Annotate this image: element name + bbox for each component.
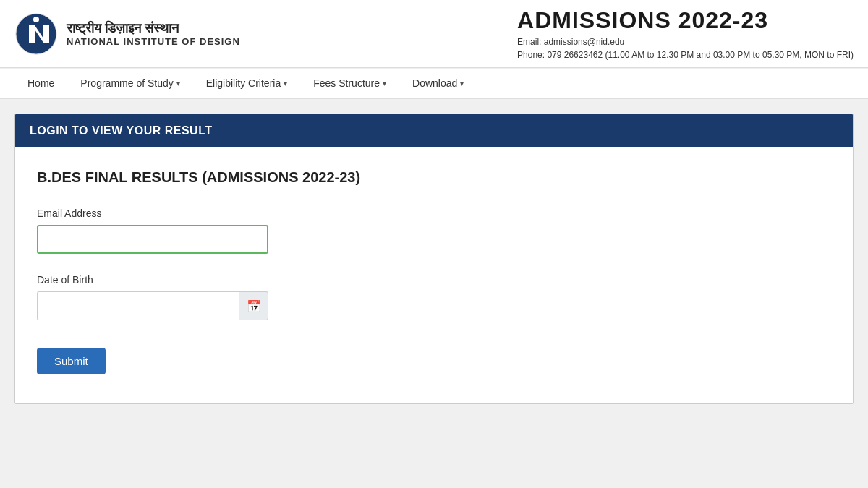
email-form-group: Email Address [37, 207, 831, 254]
phone-info: Phone: 079 26623462 (11.00 AM to 12.30 P… [517, 50, 854, 60]
nid-logo [14, 12, 58, 56]
org-name-english: NATIONAL INSTITUTE OF DESIGN [67, 36, 240, 47]
header-right: ADMISSIONS 2022-23 Email: admissions@nid… [517, 7, 854, 60]
nav-label-programme: Programme of Study [80, 77, 173, 89]
svg-point-2 [33, 17, 39, 22]
nav-item-eligibility[interactable]: Eligibility Criteria ▾ [193, 69, 300, 98]
nav-item-home[interactable]: Home [14, 69, 67, 98]
org-name: राष्ट्रीय डिज़ाइन संस्थान NATIONAL INSTI… [67, 21, 240, 47]
dob-form-group: Date of Birth 📅 [37, 274, 831, 320]
login-card: LOGIN TO VIEW YOUR RESULT B.DES FINAL RE… [14, 114, 854, 404]
chevron-down-icon: ▾ [383, 80, 386, 87]
card-header-title: LOGIN TO VIEW YOUR RESULT [30, 124, 213, 137]
submit-button[interactable]: Submit [37, 348, 106, 374]
calendar-icon: 📅 [247, 299, 261, 313]
chevron-down-icon: ▾ [460, 80, 464, 87]
email-label: Email Address [37, 207, 831, 219]
admissions-title: ADMISSIONS 2022-23 [517, 7, 854, 34]
calendar-icon-button[interactable]: 📅 [239, 291, 268, 320]
nav-item-fees[interactable]: Fees Structure ▾ [300, 69, 399, 98]
card-body: B.DES FINAL RESULTS (ADMISSIONS 2022-23)… [15, 147, 853, 403]
chevron-down-icon: ▾ [176, 80, 180, 87]
dob-input[interactable] [37, 291, 239, 320]
date-input-wrapper: 📅 [37, 291, 268, 320]
org-name-hindi: राष्ट्रीय डिज़ाइन संस्थान [67, 21, 240, 36]
header: राष्ट्रीय डिज़ाइन संस्थान NATIONAL INSTI… [0, 0, 868, 68]
main-content: LOGIN TO VIEW YOUR RESULT B.DES FINAL RE… [0, 99, 868, 419]
nav-label-fees: Fees Structure [313, 77, 380, 89]
nav-label-eligibility: Eligibility Criteria [206, 77, 281, 89]
nav-item-programme[interactable]: Programme of Study ▾ [67, 69, 192, 98]
logo-area: राष्ट्रीय डिज़ाइन संस्थान NATIONAL INSTI… [14, 12, 240, 56]
results-title: B.DES FINAL RESULTS (ADMISSIONS 2022-23) [37, 169, 831, 186]
nav-label-download: Download [412, 77, 457, 89]
nav-label-home: Home [27, 77, 54, 89]
navbar: Home Programme of Study ▾ Eligibility Cr… [0, 68, 868, 99]
nav-item-download[interactable]: Download ▾ [399, 69, 477, 98]
chevron-down-icon: ▾ [284, 80, 287, 87]
email-info: Email: admissions@nid.edu [517, 37, 854, 47]
email-input[interactable] [37, 225, 268, 254]
card-header: LOGIN TO VIEW YOUR RESULT [15, 114, 853, 147]
dob-label: Date of Birth [37, 274, 831, 286]
